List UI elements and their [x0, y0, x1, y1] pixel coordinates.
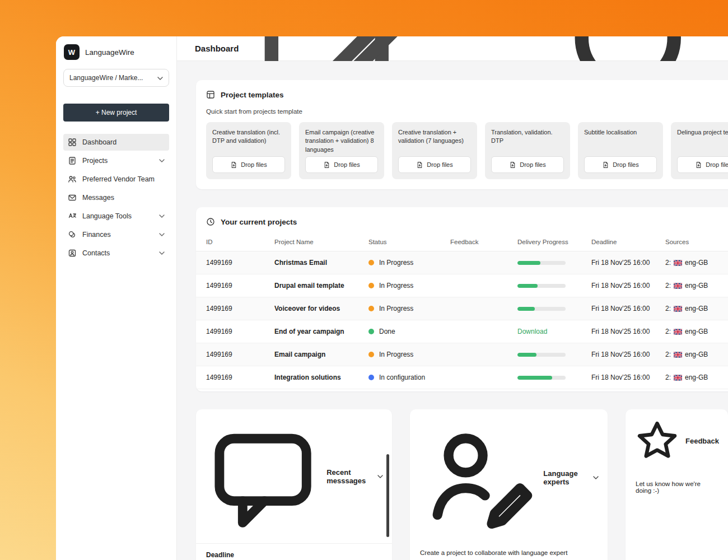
file-upload-icon [416, 161, 423, 169]
sidebar-item-finances[interactable]: Finances [63, 226, 169, 243]
sidebar-item-label: Dashboard [82, 138, 116, 146]
projects-table: IDProject NameStatusFeedbackDelivery Pro… [196, 233, 728, 389]
chevron-down-icon [159, 251, 165, 255]
feedback-text: Let us know how we're doing :-) [626, 473, 728, 494]
current-projects-title: Your current projects [221, 218, 297, 226]
status-label: Done [379, 328, 395, 335]
sources-count: 2: [665, 351, 671, 358]
brand: W LanguageWire [63, 43, 169, 69]
message-item[interactable]: Deadline1000 thanksTue, 6 May 2025 10:57… [206, 544, 382, 560]
project-feedback [446, 366, 513, 389]
sidebar-item-label: Contacts [82, 249, 110, 257]
dashboard-icon [68, 138, 77, 147]
column-header-status: Status [364, 233, 446, 251]
feedback-card: Feedback Let us know how we're doing :-) [626, 409, 728, 560]
status-dot [368, 260, 374, 265]
new-project-button[interactable]: + New project [63, 104, 169, 122]
messages-scrollbar[interactable] [386, 454, 389, 537]
sidebar-item-dashboard[interactable]: Dashboard [63, 134, 169, 151]
project-deadline: Fri 18 Nov'25 16:00 [587, 343, 661, 366]
drop-files-button[interactable]: Drop files [584, 156, 657, 173]
project-sources: 2:eng-GB [661, 251, 728, 274]
sidebar-item-projects[interactable]: Projects [63, 152, 169, 169]
sources-language: eng-GB [685, 305, 708, 312]
project-name: Drupal email template [270, 274, 364, 297]
template-tile: Subtitle localisationDrop files [578, 122, 663, 179]
language-tools-icon [68, 212, 77, 221]
chevron-down-icon [157, 74, 163, 82]
sources-language: eng-GB [685, 259, 708, 267]
recent-messages-title: Recent messsages [326, 468, 372, 485]
finances-icon [68, 230, 77, 239]
project-name: Voiceover for videos [270, 297, 364, 320]
feedback-title: Feedback [685, 437, 719, 445]
sidebar-item-language-tools[interactable]: Language Tools [63, 208, 169, 225]
project-deadline: Fri 18 Nov'25 16:00 [587, 274, 661, 297]
download-link[interactable]: Download [517, 328, 547, 335]
project-sources: 2:eng-GB [661, 343, 728, 366]
messages-icon [68, 193, 77, 202]
sidebar-item-label: Finances [82, 231, 111, 239]
chevron-down-icon [159, 159, 165, 162]
project-deadline: Fri 18 Nov'25 16:00 [587, 320, 661, 343]
project-id: 1499169 [196, 343, 270, 366]
table-row[interactable]: 1499169Drupal email templateIn ProgressF… [196, 274, 728, 297]
table-row[interactable]: 1499169End of year campaignDoneDownloadF… [196, 320, 728, 343]
sidebar-item-messages[interactable]: Messages [63, 189, 169, 206]
progress-fill [517, 376, 552, 380]
project-deadline: Fri 18 Nov'25 16:00 [587, 366, 661, 389]
progress-fill [517, 307, 535, 311]
project-feedback [446, 274, 513, 297]
collapse-experts-chevron-icon[interactable] [593, 476, 599, 479]
project-templates-card: Project templates Quick start from proje… [196, 80, 728, 189]
drop-files-label: Drop files [520, 161, 545, 168]
project-feedback [446, 343, 513, 366]
drop-files-button[interactable]: Drop files [491, 156, 564, 173]
table-row[interactable]: 1499169Voiceover for videosIn ProgressFr… [196, 297, 728, 320]
status-label: In Progress [379, 351, 413, 358]
bottom-cards-row: Recent messsages Deadline1000 thanksTue,… [196, 409, 728, 560]
sources: 2:eng-GB [665, 374, 728, 381]
project-status: In Progress [364, 297, 446, 320]
drop-files-button[interactable]: Drop files [398, 156, 471, 173]
sources-count: 2: [665, 305, 671, 312]
project-id: 1499169 [196, 251, 270, 274]
delivery-progress [513, 297, 587, 320]
table-row[interactable]: 1499169Christmas EmailIn ProgressFri 18 … [196, 251, 728, 274]
collapse-messages-chevron-icon[interactable] [377, 475, 383, 478]
status-badge: In configuration [368, 374, 441, 381]
sidebar-item-preferred-vendor-team[interactable]: Preferred Vendor Team [63, 171, 169, 188]
template-tile-label: Delingua project template [677, 128, 728, 137]
drop-files-button[interactable]: Drop files [212, 156, 285, 173]
project-feedback [446, 320, 513, 343]
uk-flag-icon [674, 260, 682, 266]
project-status: In Progress [364, 274, 446, 297]
brand-name: LanguageWire [85, 48, 134, 57]
drop-files-button[interactable]: Drop files [677, 156, 728, 173]
table-row[interactable]: 1499169Email campaignIn ProgressFri 18 N… [196, 343, 728, 366]
sources-language: eng-GB [685, 351, 708, 358]
status-badge: In Progress [368, 259, 441, 267]
app-window: W LanguageWire LanguageWire / Marke... +… [56, 36, 728, 560]
template-tile-label: Subtitle localisation [584, 128, 657, 137]
drop-files-button[interactable]: Drop files [305, 156, 378, 173]
sources: 2:eng-GB [665, 351, 728, 358]
project-status: In Progress [364, 343, 446, 366]
sidebar-nav: DashboardProjectsPreferred Vendor TeamMe… [63, 134, 169, 262]
status-dot [368, 306, 374, 311]
status-dot [368, 375, 374, 380]
template-tile: Creative translation (incl. DTP and vali… [206, 122, 291, 179]
delivery-progress [513, 343, 587, 366]
project-feedback [446, 251, 513, 274]
delivery-progress [513, 366, 587, 389]
template-icon [206, 90, 215, 99]
project-templates-title: Project templates [221, 91, 284, 99]
contacts-icon [68, 249, 77, 258]
table-row[interactable]: 1499169Integration solutionsIn configura… [196, 366, 728, 389]
project-deadline: Fri 18 Nov'25 16:00 [587, 251, 661, 274]
sidebar-item-label: Messages [82, 194, 114, 202]
workspace-selector[interactable]: LanguageWire / Marke... [63, 69, 169, 87]
sources: 2:eng-GB [665, 328, 728, 335]
drop-files-label: Drop files [241, 161, 267, 168]
sidebar-item-contacts[interactable]: Contacts [63, 245, 169, 262]
